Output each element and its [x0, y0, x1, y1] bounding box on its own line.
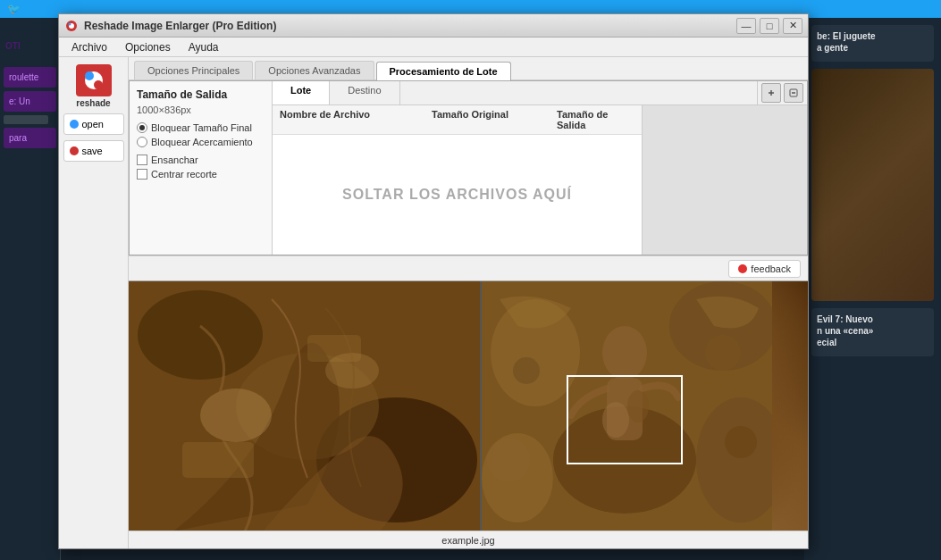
checkbox-centrar[interactable]: Centrar recorte	[137, 169, 265, 180]
add-file-button[interactable]	[761, 83, 781, 103]
save-button[interactable]: save	[63, 140, 124, 162]
radio-group: Bloquear Tamaño Final Bloquear Acercamie…	[137, 122, 265, 147]
menu-archivo[interactable]: Archivo	[63, 39, 116, 55]
news-card-1: be: El juguetea gente	[811, 25, 934, 62]
feedback-button[interactable]: feedback	[728, 260, 801, 278]
close-button[interactable]: ✕	[783, 18, 802, 34]
svg-point-12	[200, 389, 272, 442]
output-section: Tamaño de Salida 1000×836px	[137, 88, 265, 115]
batch-right: Lote Destino	[273, 81, 807, 255]
save-icon	[70, 146, 79, 155]
image-strip	[129, 280, 808, 531]
checkbox-group: Ensanchar Centrar recorte	[137, 155, 265, 180]
remove-file-button[interactable]	[784, 83, 803, 103]
feedback-icon	[738, 264, 747, 273]
window-controls: — □ ✕	[736, 18, 802, 34]
file-list-header: Nombre de Archivo Tamaño Original Tamaño…	[273, 105, 642, 135]
logo-area: reshade	[76, 64, 112, 108]
config-panel: Tamaño de Salida 1000×836px Bloquear Tam…	[130, 81, 273, 255]
tabs-bar: Opciones Principales Opciones Avanzadas …	[129, 57, 808, 80]
logo-label: reshade	[76, 98, 110, 108]
svg-point-22	[602, 326, 647, 380]
svg-point-27	[705, 335, 741, 371]
batch-content: Nombre de Archivo Tamaño Original Tamaño…	[273, 105, 807, 255]
open-button[interactable]: open	[63, 113, 124, 135]
tab-content: Tamaño de Salida 1000×836px Bloquear Tam…	[129, 80, 808, 255]
stone-carving-right	[482, 281, 772, 531]
filename-text: example.jpg	[441, 535, 494, 546]
open-label: open	[82, 119, 104, 130]
radio-bloquear-final[interactable]: Bloquear Tamaño Final	[137, 122, 265, 133]
menu-ayuda[interactable]: Ayuda	[180, 39, 228, 55]
output-title: Tamaño de Salida	[137, 88, 265, 101]
image-right	[482, 281, 808, 531]
svg-point-24	[602, 402, 629, 438]
image-left	[129, 281, 482, 531]
svg-point-5	[85, 71, 94, 80]
left-sidebar: reshade open save	[59, 57, 129, 548]
checkbox-ensanchar[interactable]: Ensanchar	[137, 155, 265, 165]
radio-circle-1	[137, 122, 147, 133]
tab-procesamiento-lote[interactable]: Procesamiento de Lote	[376, 62, 511, 80]
file-list-area: Nombre de Archivo Tamaño Original Tamaño…	[273, 105, 642, 255]
tab-opciones-avanzadas[interactable]: Opciones Avanzadas	[255, 61, 374, 79]
col-header-orig: Tamaño Original	[432, 109, 539, 130]
maximize-button[interactable]: □	[760, 18, 779, 34]
bg-right-content: be: El juguetea gente Evil 7: Nuevon una…	[804, 18, 941, 560]
window-title: Reshade Image Enlarger (Pro Edition)	[84, 20, 736, 32]
svg-point-28	[486, 438, 531, 482]
checkbox-label-1: Ensanchar	[151, 155, 198, 165]
tab-opciones-principales[interactable]: Opciones Principales	[134, 61, 253, 79]
svg-point-2	[69, 22, 71, 25]
stone-carving-left	[129, 281, 482, 531]
news-title-1: be: El juguetea gente	[817, 30, 928, 54]
col-header-name: Nombre de Archivo	[280, 109, 414, 130]
feedback-label: feedback	[751, 263, 791, 274]
svg-rect-14	[182, 442, 254, 478]
radio-label-2: Bloquear Acercamiento	[151, 137, 253, 147]
drop-zone[interactable]: SOLTAR LOS ARCHIVOS AQUÍ	[273, 135, 642, 255]
app-icon	[64, 19, 79, 33]
radio-label-1: Bloquear Tamaño Final	[151, 122, 252, 133]
menu-bar: Archivo Opciones Ayuda	[59, 38, 808, 57]
radio-circle-2	[137, 137, 147, 147]
reshade-logo	[76, 64, 112, 96]
preview-area	[642, 105, 807, 255]
svg-point-29	[725, 426, 757, 458]
app-window: Reshade Image Enlarger (Pro Edition) — □…	[58, 13, 809, 549]
svg-point-9	[138, 290, 263, 380]
checkbox-box-2	[137, 169, 147, 180]
menu-opciones[interactable]: Opciones	[116, 39, 180, 55]
news-title-2: Evil 7: Nuevon una «cena»ecial	[817, 313, 928, 348]
filename-bar: example.jpg	[129, 531, 808, 548]
batch-tab-lote[interactable]: Lote	[273, 81, 330, 104]
svg-point-26	[513, 357, 540, 384]
content-area: reshade open save Opciones Principales O…	[59, 57, 808, 548]
svg-point-6	[94, 80, 103, 89]
save-label: save	[82, 146, 103, 156]
title-bar: Reshade Image Enlarger (Pro Edition) — □…	[59, 14, 808, 38]
checkbox-box-1	[137, 155, 147, 165]
news-card-2: Evil 7: Nuevon una «cena»ecial	[811, 308, 934, 356]
bottom-bar: feedback	[129, 255, 808, 280]
svg-rect-15	[307, 335, 361, 362]
bg-left-panel: OTI roulette e: Un para	[0, 18, 61, 560]
radio-bloquear-acercamiento[interactable]: Bloquear Acercamiento	[137, 137, 265, 147]
svg-point-25	[627, 390, 649, 422]
twitter-icon: 🐦	[7, 3, 21, 15]
col-header-dest: Tamaño de Salida	[557, 109, 634, 130]
minimize-button[interactable]: —	[736, 18, 756, 34]
main-panel: Opciones Principales Opciones Avanzadas …	[129, 57, 808, 548]
open-icon	[70, 120, 79, 129]
drop-text: SOLTAR LOS ARCHIVOS AQUÍ	[342, 187, 572, 203]
size-value: 1000×836px	[137, 104, 265, 115]
checkbox-label-2: Centrar recorte	[151, 169, 217, 180]
batch-tab-destino[interactable]: Destino	[330, 81, 399, 104]
